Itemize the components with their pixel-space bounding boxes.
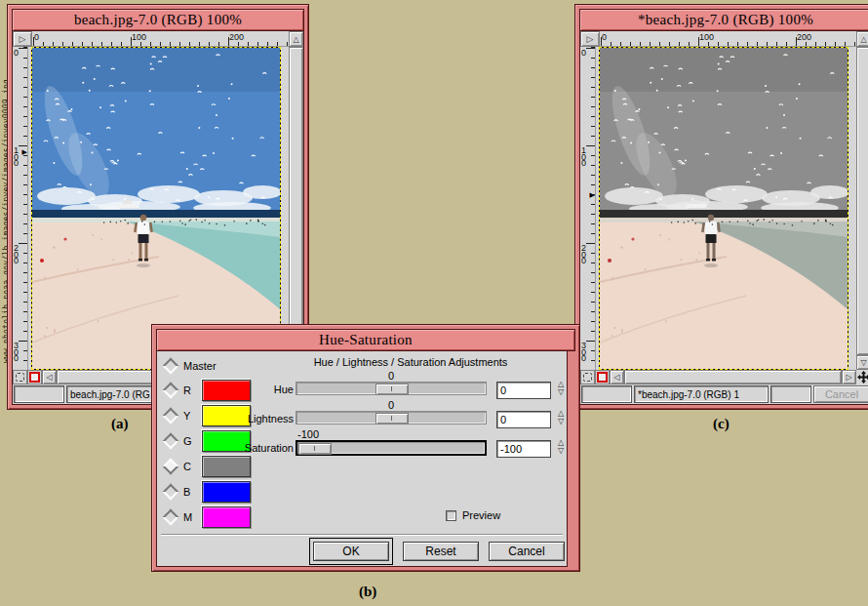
vertical-scrollbar-thumb[interactable] (856, 47, 868, 355)
radio-icon (163, 484, 179, 501)
horizontal-ruler: 0 100 200 (600, 31, 856, 47)
spin-down-icon[interactable]: ▽ (558, 447, 564, 455)
dialog-titlebar[interactable]: Hue-Saturation (156, 329, 575, 351)
ruler-pointer-marker: ▶ (590, 191, 595, 198)
lightness-spinner[interactable]: △▽ (555, 410, 567, 425)
hue-slider[interactable] (296, 382, 487, 395)
scroll-up-button[interactable]: △ (856, 31, 868, 47)
left-arrow-icon: ◁ (46, 373, 52, 382)
channel-m[interactable]: M (165, 510, 192, 524)
channel-label: B (183, 486, 190, 498)
ruler-corner-button[interactable]: ▷ (13, 31, 32, 47)
swatch-magenta (202, 506, 251, 528)
saturation-slider-handle[interactable] (298, 443, 332, 455)
lightness-slider[interactable] (296, 411, 487, 424)
saturation-entry[interactable]: -100 (496, 440, 551, 458)
vertical-ruler: 0 100 200 300 ▶ (13, 47, 28, 370)
quickmask-icon (597, 372, 608, 383)
ruler-corner-button[interactable]: ▷ (580, 31, 600, 47)
radio-icon (163, 433, 179, 450)
figure-label-b: (b) (359, 584, 376, 600)
cancel-button[interactable]: Cancel (489, 542, 565, 561)
lightness-slider-handle[interactable] (375, 413, 409, 424)
ok-button[interactable]: OK (313, 542, 389, 561)
saturation-slider[interactable] (296, 440, 487, 456)
scroll-right-button[interactable]: ▷ (842, 370, 856, 384)
channel-label: M (183, 511, 192, 523)
channel-g[interactable]: G (165, 434, 192, 448)
channel-label: Master (183, 360, 217, 372)
hue-value-label: 0 (375, 370, 407, 382)
spin-down-icon[interactable]: ▽ (558, 418, 564, 425)
channel-label: R (183, 384, 191, 396)
channel-label: Y (183, 410, 190, 422)
channel-master[interactable]: Master (165, 359, 217, 373)
channel-b[interactable]: B (165, 485, 190, 499)
scroll-up-button[interactable]: △ (289, 31, 303, 47)
checkbox-icon[interactable] (446, 510, 456, 521)
hue-saturation-dialog: Hue-Saturation Hue / Lightness / Saturat… (151, 324, 580, 572)
v-ruler-label: 300 (581, 343, 588, 362)
ok-label: OK (342, 545, 359, 558)
window-c-titlebar[interactable]: *beach.jpg-7.0 (RGB) 100% (579, 9, 868, 31)
statusbar: *beach.jpg-7.0 (RGB) 1 Cancel (580, 384, 868, 404)
cancel-label: Cancel (508, 545, 544, 558)
vertical-scrollbar-thumb[interactable] (289, 47, 303, 355)
window-c-content: ▷ 0 100 200 △ 0 100 200 300 ▶ ▽ (579, 31, 868, 405)
preview-label: Preview (462, 509, 500, 521)
figure-label-c: (c) (713, 416, 730, 432)
hue-entry[interactable]: 0 (496, 382, 551, 399)
v-ruler-label: 100 (14, 147, 20, 167)
quickmask-on-button[interactable] (27, 370, 42, 384)
horizontal-scrollbar-thumb[interactable] (624, 370, 842, 384)
window-a-titlebar[interactable]: beach.jpg-7.0 (RGB) 100% (12, 9, 304, 31)
vertical-scrollbar[interactable]: ▽ (289, 47, 303, 370)
lightness-entry[interactable]: 0 (496, 411, 551, 428)
horizontal-scrollbar[interactable]: ◁ ▷ (610, 370, 856, 384)
quickmask-icon (29, 372, 40, 383)
corner-arrow-icon: ▷ (587, 34, 594, 44)
default-button-ring: OK (309, 538, 393, 565)
saturation-spinner[interactable]: △▽ (555, 439, 567, 455)
reset-button[interactable]: Reset (403, 542, 479, 561)
quickmask-on-button[interactable] (595, 370, 610, 384)
channel-r[interactable]: R (165, 384, 191, 397)
vertical-scrollbar[interactable]: ▽ (856, 47, 868, 370)
beach-photo-original[interactable] (32, 48, 280, 369)
up-arrow-icon: △ (293, 35, 298, 44)
window-a-title: beach.jpg-7.0 (RGB) 100% (74, 12, 242, 28)
quickmask-off-button[interactable] (580, 370, 595, 384)
radio-icon (163, 383, 179, 399)
progress-cancel-button[interactable]: Cancel (813, 385, 868, 403)
channel-c[interactable]: C (165, 460, 191, 473)
lightness-entry-value: 0 (500, 414, 506, 425)
quickmask-off-button[interactable] (13, 370, 27, 384)
marching-ants-icon (583, 373, 592, 382)
dialog-title: Hue-Saturation (319, 332, 413, 348)
window-c-title: *beach.jpg-7.0 (RGB) 100% (638, 12, 813, 28)
scroll-left-button[interactable]: ◁ (610, 370, 624, 384)
reset-label: Reset (425, 545, 455, 558)
swatch-blue (202, 481, 251, 503)
hue-slider-handle[interactable] (375, 384, 409, 395)
hue-spinner[interactable]: △▽ (555, 381, 567, 396)
spin-down-icon[interactable]: ▽ (558, 388, 564, 396)
ruler-pointer-marker: ▶ (22, 148, 27, 155)
pan-window-handle[interactable] (856, 370, 868, 384)
scroll-down-button[interactable]: ▽ (856, 355, 868, 370)
hue-label: Hue (196, 384, 294, 395)
right-arrow-icon: ▷ (846, 373, 851, 382)
dialog-separator (161, 534, 563, 536)
channel-label: C (183, 461, 191, 472)
beach-photo-desaturated[interactable] (600, 48, 848, 369)
h-ruler-label: 100 (699, 32, 714, 42)
swatch-cyan (202, 456, 251, 477)
lightness-value-label: 0 (375, 399, 407, 411)
saturation-label: Saturation (196, 442, 294, 454)
lightness-label: Lightness (196, 413, 294, 424)
layer-boundary-marquee (599, 47, 848, 370)
cancel-label: Cancel (825, 388, 858, 400)
channel-y[interactable]: Y (165, 409, 190, 423)
scroll-left-button[interactable]: ◁ (42, 370, 57, 384)
preview-checkbox-row[interactable]: Preview (446, 509, 500, 521)
